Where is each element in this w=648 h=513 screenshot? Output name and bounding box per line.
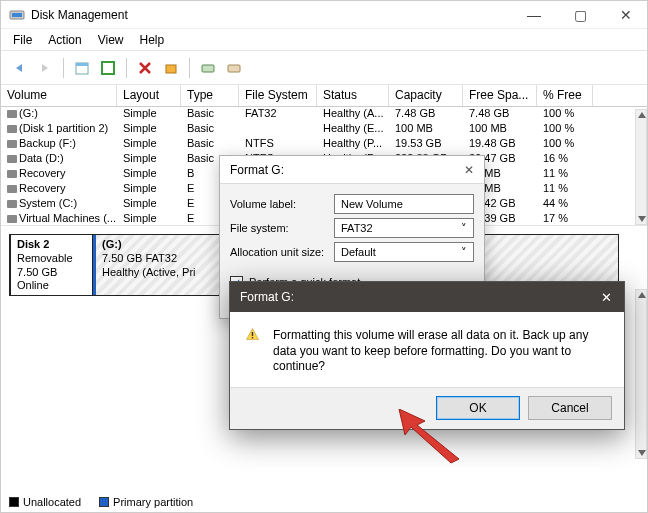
- delete-icon[interactable]: [133, 56, 157, 80]
- refresh-icon[interactable]: [96, 56, 120, 80]
- chevron-down-icon: ˅: [461, 246, 467, 259]
- window-controls: — ▢ ✕: [511, 1, 648, 29]
- format-confirm-dialog: Format G: ✕ Formatting this volume will …: [229, 281, 625, 430]
- svg-rect-7: [228, 65, 240, 72]
- maximize-button[interactable]: ▢: [557, 1, 603, 29]
- confirm-title: Format G:: [240, 290, 294, 304]
- col-freespace[interactable]: Free Spa...: [463, 85, 537, 106]
- svg-rect-6: [202, 65, 214, 72]
- col-filesystem[interactable]: File System: [239, 85, 317, 106]
- cancel-button[interactable]: Cancel: [528, 396, 612, 420]
- filesystem-select[interactable]: FAT32˅: [334, 218, 474, 238]
- col-status[interactable]: Status: [317, 85, 389, 106]
- svg-rect-9: [252, 337, 253, 338]
- close-button[interactable]: ✕: [603, 1, 648, 29]
- svg-rect-3: [76, 63, 88, 66]
- forward-icon[interactable]: [33, 56, 57, 80]
- title-bar: Disk Management — ▢ ✕: [1, 1, 648, 29]
- disk-info: Disk 2 Removable 7.50 GB Online: [11, 235, 93, 295]
- settings-icon[interactable]: [159, 56, 183, 80]
- menu-file[interactable]: File: [5, 31, 40, 49]
- table-row[interactable]: (Disk 1 partition 2)SimpleBasicHealthy (…: [1, 122, 648, 137]
- close-icon[interactable]: ✕: [601, 290, 624, 305]
- app-icon: [9, 7, 25, 23]
- map-scrollbar[interactable]: [635, 289, 647, 459]
- col-type[interactable]: Type: [181, 85, 239, 106]
- ok-button[interactable]: OK: [436, 396, 520, 420]
- disk-alt-icon[interactable]: [222, 56, 246, 80]
- svg-rect-8: [252, 332, 253, 336]
- grid-scrollbar[interactable]: [635, 109, 647, 225]
- volume-label-input[interactable]: New Volume: [334, 194, 474, 214]
- legend: Unallocated Primary partition: [9, 496, 193, 508]
- format-options-titlebar[interactable]: Format G: ✕: [220, 156, 484, 184]
- col-capacity[interactable]: Capacity: [389, 85, 463, 106]
- table-row[interactable]: Backup (F:)SimpleBasicNTFSHealthy (P...1…: [1, 137, 648, 152]
- col-layout[interactable]: Layout: [117, 85, 181, 106]
- allocation-select[interactable]: Default˅: [334, 242, 474, 262]
- minimize-button[interactable]: —: [511, 1, 557, 29]
- properties-icon[interactable]: [70, 56, 94, 80]
- svg-rect-1: [12, 13, 22, 17]
- label-filesystem: File system:: [230, 222, 334, 234]
- svg-rect-5: [166, 65, 176, 73]
- menu-view[interactable]: View: [90, 31, 132, 49]
- table-row[interactable]: (G:)SimpleBasicFAT32Healthy (A...7.48 GB…: [1, 107, 648, 122]
- svg-rect-4: [102, 62, 114, 74]
- warning-icon: [246, 328, 259, 352]
- confirm-message: Formatting this volume will erase all da…: [273, 328, 608, 375]
- confirm-titlebar[interactable]: Format G: ✕: [230, 282, 624, 312]
- menu-action[interactable]: Action: [40, 31, 89, 49]
- back-icon[interactable]: [7, 56, 31, 80]
- menu-help[interactable]: Help: [132, 31, 173, 49]
- dialog-buttons: OK Cancel: [230, 387, 624, 429]
- toolbar: [1, 51, 648, 85]
- menu-bar: File Action View Help: [1, 29, 648, 51]
- label-alloc: Allocation unit size:: [230, 246, 334, 258]
- close-icon[interactable]: ✕: [464, 163, 484, 177]
- col-pctfree[interactable]: % Free: [537, 85, 593, 106]
- window-title: Disk Management: [31, 8, 128, 22]
- dialog-title: Format G:: [230, 163, 284, 177]
- chevron-down-icon: ˅: [461, 222, 467, 235]
- col-volume[interactable]: Volume: [1, 85, 117, 106]
- label-volume-label: Volume label:: [230, 198, 334, 210]
- disk-icon[interactable]: [196, 56, 220, 80]
- volume-grid-header: Volume Layout Type File System Status Ca…: [1, 85, 648, 107]
